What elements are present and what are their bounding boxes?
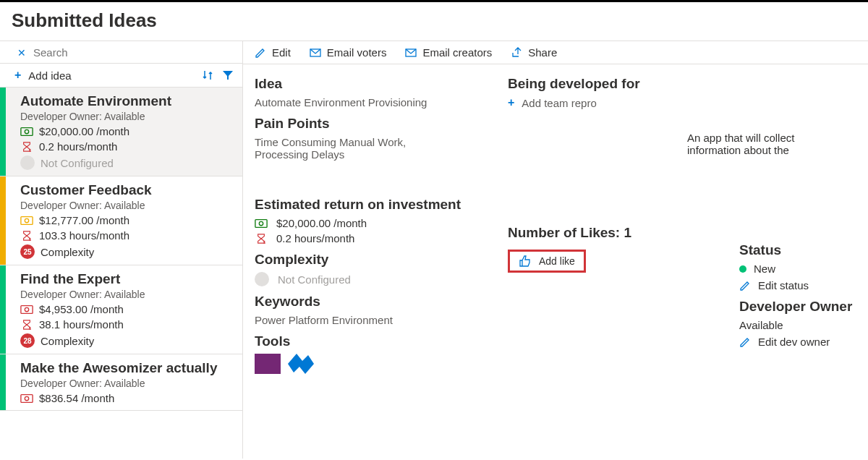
- pain-value: Time Consuming Manual Work, Processing D…: [255, 136, 443, 161]
- idea-owner: Developer Owner: Available: [20, 378, 235, 389]
- mail-icon: [405, 47, 417, 59]
- idea-title: Make the Awesomizer actually: [20, 360, 235, 376]
- roi-hours-row: $ 0.2 hours/month: [255, 232, 501, 244]
- idea-money-row: $4,953.00 /month: [20, 303, 235, 315]
- roi-heading: Estimated return on investment: [255, 197, 501, 213]
- idea-money: $836.54 /month: [39, 392, 114, 404]
- main-layout: ✕ + Add idea Automate Environment Develo…: [0, 41, 868, 459]
- plus-icon: +: [14, 69, 21, 82]
- complexity-badge: [20, 156, 35, 170]
- money-icon: [20, 127, 33, 137]
- idea-money: $12,777.00 /month: [39, 214, 129, 226]
- idea-complexity: Not Configured: [41, 157, 114, 169]
- edit-status-button[interactable]: Edit status: [739, 279, 856, 291]
- sort-filter: [202, 69, 234, 81]
- tools-heading: Tools: [255, 333, 501, 349]
- add-idea-row[interactable]: + Add idea: [0, 64, 242, 88]
- idea-item-2[interactable]: Find the Expert Developer Owner: Availab…: [0, 265, 242, 354]
- svg-rect-0: [21, 127, 33, 135]
- svg-rect-3: [21, 216, 33, 224]
- svg-rect-9: [21, 394, 33, 402]
- idea-hours-row: $ 103.3 hours/month: [20, 229, 235, 242]
- idea-money-row: $20,000.00 /month: [20, 125, 235, 137]
- add-idea-label: Add idea: [28, 69, 195, 82]
- email-voters-button[interactable]: Email voters: [310, 46, 387, 59]
- pencil-icon: [739, 336, 751, 348]
- pain-heading: Pain Points: [255, 116, 501, 132]
- detail-col-left: Idea Automate Environment Provisioning P…: [255, 76, 501, 374]
- complexity-heading: Complexity: [255, 252, 501, 268]
- complexity-badge: [255, 272, 269, 286]
- idea-heading: Idea: [255, 76, 501, 92]
- idea-hours: 0.2 hours/month: [39, 140, 117, 153]
- share-button[interactable]: Share: [511, 46, 557, 59]
- idea-money: $4,953.00 /month: [39, 303, 124, 315]
- svg-rect-6: [21, 305, 33, 313]
- idea-complexity-row: Not Configured: [20, 156, 235, 170]
- status-dot-icon: [739, 265, 746, 273]
- detail-col-right: Status New Edit status Developer Owner A…: [718, 76, 856, 374]
- tools-icons: [255, 354, 501, 374]
- keywords-value: Power Platform Environment: [255, 314, 501, 326]
- search-input[interactable]: [33, 46, 234, 59]
- idea-owner: Developer Owner: Available: [20, 200, 235, 211]
- dev-owner-value: Available: [739, 319, 856, 331]
- roi-hours: 0.2 hours/month: [276, 232, 354, 244]
- idea-value: Automate Environment Provisioning: [255, 96, 501, 108]
- sort-icon[interactable]: [202, 69, 213, 81]
- money-icon: [20, 393, 33, 404]
- svg-text:$: $: [29, 148, 32, 152]
- tool-tile-blue[interactable]: [288, 354, 314, 374]
- idea-complexity-row: 25 Complexity: [20, 244, 235, 259]
- svg-point-1: [25, 129, 28, 133]
- add-like-label: Add like: [539, 255, 575, 267]
- idea-item-0[interactable]: Automate Environment Developer Owner: Av…: [0, 88, 242, 176]
- filter-icon[interactable]: [222, 69, 234, 81]
- toolbar: Edit Email voters Email creators Share: [243, 41, 868, 64]
- svg-text:$: $: [263, 239, 266, 244]
- detail-col-mid: Being developed for + Add team repro Num…: [508, 76, 710, 374]
- email-creators-button[interactable]: Email creators: [405, 46, 492, 59]
- svg-rect-13: [255, 219, 267, 227]
- idea-complexity-row: 28 Complexity: [20, 333, 235, 348]
- status-row: New: [739, 263, 856, 275]
- svg-text:$: $: [29, 237, 32, 241]
- email-voters-label: Email voters: [327, 46, 387, 59]
- complexity-row: Not Configured: [255, 272, 501, 286]
- developed-heading: Being developed for: [508, 76, 710, 92]
- add-team-button[interactable]: + Add team repro: [508, 96, 710, 109]
- tool-tile-purple[interactable]: [255, 354, 281, 374]
- svg-point-10: [25, 396, 28, 400]
- likes-heading: Number of Likes: 1: [508, 225, 710, 241]
- sidebar: ✕ + Add idea Automate Environment Develo…: [0, 41, 243, 459]
- svg-point-14: [259, 221, 263, 225]
- search-row: ✕: [0, 41, 242, 64]
- close-icon[interactable]: ✕: [17, 47, 26, 59]
- money-icon: [20, 216, 33, 226]
- edit-status-label: Edit status: [758, 279, 809, 291]
- idea-title: Customer Feedback: [20, 182, 235, 198]
- money-icon: [255, 218, 268, 229]
- idea-hours-row: $ 0.2 hours/month: [20, 140, 235, 153]
- content-pane: Edit Email voters Email creators Share A…: [243, 41, 868, 459]
- idea-money-row: $836.54 /month: [20, 392, 235, 404]
- edit-dev-owner-button[interactable]: Edit dev owner: [739, 336, 856, 348]
- roi-money: $20,000.00 /month: [276, 217, 367, 229]
- idea-title: Find the Expert: [20, 271, 235, 287]
- idea-item-1[interactable]: Customer Feedback Developer Owner: Avail…: [0, 176, 242, 265]
- svg-text:$: $: [29, 325, 32, 330]
- dev-owner-heading: Developer Owner: [739, 299, 856, 315]
- complexity-badge: 25: [20, 244, 35, 259]
- description-text: An app that will collect information abo…: [687, 132, 846, 156]
- thumb-up-icon: [519, 255, 532, 268]
- idea-money-row: $12,777.00 /month: [20, 214, 235, 226]
- idea-hours: 103.3 hours/month: [39, 229, 129, 242]
- edit-button[interactable]: Edit: [255, 46, 291, 59]
- idea-hours: 38.1 hours/month: [39, 318, 124, 331]
- hourglass-icon: $: [20, 320, 33, 330]
- add-team-label: Add team repro: [522, 97, 596, 109]
- add-like-button[interactable]: Add like: [508, 250, 586, 273]
- idea-item-3[interactable]: Make the Awesomizer actually Developer O…: [0, 354, 242, 411]
- hourglass-icon: $: [20, 142, 33, 152]
- edit-dev-owner-label: Edit dev owner: [758, 336, 830, 348]
